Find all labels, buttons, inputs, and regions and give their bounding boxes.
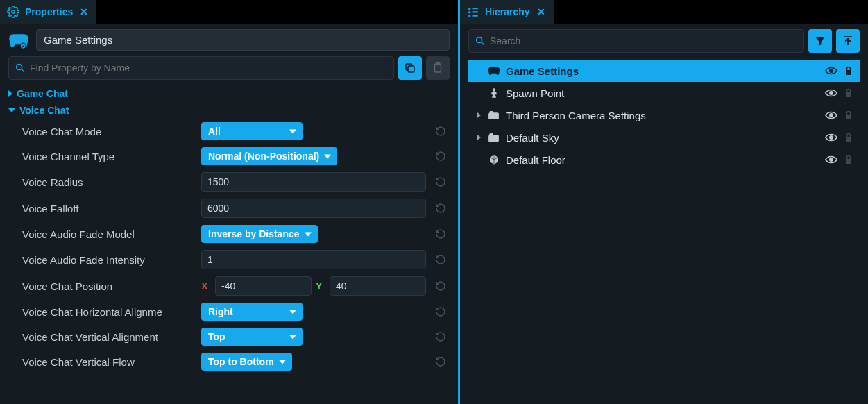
lock-icon[interactable] [844,110,853,120]
svg-rect-23 [846,137,851,142]
node-trailing [825,110,853,120]
label-voice-falloff: Voice Falloff [8,203,196,214]
dropdown-voice-v-flow[interactable]: Top to Bottom [201,353,292,371]
svg-point-2 [17,65,22,70]
svg-point-13 [830,69,833,73]
lock-icon[interactable] [844,66,853,76]
hierarchy-node-label: Game Settings [506,65,819,77]
reset-button[interactable] [432,151,450,162]
close-icon[interactable]: ✕ [536,6,547,17]
spawn-icon [488,87,500,99]
node-trailing [825,155,853,165]
hierarchy-node-label: Third Person Camera Settings [506,110,819,121]
svg-rect-6 [468,8,470,10]
row-voice-radius: Voice Radius 1500 [8,169,450,195]
gamepad-icon [8,32,29,49]
copy-button[interactable] [398,56,422,80]
reset-button[interactable] [432,306,450,317]
property-search[interactable] [8,56,394,80]
svg-rect-14 [846,70,851,75]
lock-icon[interactable] [844,88,853,98]
row-voice-v-align: Voice Chat Vertical Alignment Top [8,324,450,349]
svg-rect-25 [846,159,851,164]
svg-rect-7 [473,8,478,9]
svg-rect-9 [473,11,478,12]
label-voice-radius: Voice Radius [8,176,196,188]
hierarchy-node[interactable]: Game Settings [468,60,860,82]
lock-icon[interactable] [844,133,853,142]
hierarchy-node[interactable]: Spawn Point [468,82,860,104]
filter-button[interactable] [808,29,832,53]
svg-rect-21 [488,135,499,142]
reset-button[interactable] [432,126,450,137]
input-voice-falloff[interactable]: 6000 [201,199,426,218]
hierarchy-search[interactable] [468,29,804,53]
dropdown-voice-channel-type[interactable]: Normal (Non-Positional) [201,147,337,165]
svg-rect-8 [468,11,470,13]
label-voice-h-align: Voice Chat Horizontal Alignme [8,306,196,318]
input-voice-position-y[interactable]: 40 [330,276,426,296]
hierarchy-node[interactable]: Default Sky [468,126,860,149]
hierarchy-node[interactable]: Third Person Camera Settings [468,104,860,126]
svg-point-24 [830,158,833,162]
svg-point-15 [493,88,496,92]
svg-rect-11 [473,15,478,17]
dropdown-voice-fade-model[interactable]: Inverse by Distance [201,225,318,243]
close-icon[interactable]: ✕ [78,6,90,17]
reset-button[interactable] [432,203,450,214]
folder-icon [488,132,500,143]
reset-button[interactable] [432,254,450,265]
visibility-icon[interactable] [825,110,837,120]
hierarchy-search-input[interactable] [486,31,798,51]
dropdown-voice-chat-mode[interactable]: All [201,122,303,140]
input-voice-position-x[interactable]: -40 [215,276,312,296]
property-search-input[interactable] [26,60,388,76]
visibility-icon[interactable] [825,133,837,142]
input-voice-fade-intensity[interactable]: 1 [201,250,426,269]
visibility-icon[interactable] [825,66,837,76]
axis-y-label: Y [316,280,325,292]
label-voice-chat-mode: Voice Chat Mode [8,126,196,137]
label-voice-v-align: Voice Chat Vertical Alignment [8,331,196,343]
row-voice-chat-position: Voice Chat Position X -40 Y 40 [8,273,450,299]
chevron-right-icon [8,90,12,97]
hierarchy-node-label: Spawn Point [506,87,819,99]
reset-button[interactable] [432,356,450,367]
axis-x-label: X [201,280,211,292]
svg-rect-20 [846,115,851,119]
expand-toggle[interactable] [475,135,482,140]
search-icon [475,35,486,47]
reset-button[interactable] [432,228,450,239]
reset-button[interactable] [432,331,450,342]
reset-button[interactable] [432,280,450,292]
label-voice-fade-intensity: Voice Audio Fade Intensity [8,254,196,266]
hierarchy-panel: Hierarchy ✕ Game SettingsSpawn [460,0,868,404]
visibility-icon[interactable] [825,88,837,98]
expand-toggle[interactable] [475,112,482,118]
search-icon [15,62,26,74]
dropdown-voice-v-align[interactable]: Top [201,328,303,346]
lock-icon[interactable] [844,155,853,165]
svg-point-16 [830,92,833,95]
hierarchy-tabstrip: Hierarchy ✕ [460,0,868,24]
visibility-icon[interactable] [825,155,837,165]
row-voice-chat-mode: Voice Chat Mode All [8,119,450,144]
svg-rect-10 [468,15,470,17]
tab-properties[interactable]: Properties ✕ [0,0,96,24]
object-name-field[interactable]: Game Settings [36,29,450,51]
dropdown-voice-h-align[interactable]: Right [201,303,303,321]
gear-icon [7,6,19,18]
section-game-chat-title: Game Chat [17,88,68,99]
reset-button[interactable] [432,176,450,187]
folder-icon [488,110,500,121]
hierarchy-icon [467,6,479,18]
properties-panel: Properties ✕ Game Settings [0,0,460,404]
collapse-all-button[interactable] [836,29,860,53]
paste-button[interactable] [426,56,450,80]
label-voice-v-flow: Voice Chat Vertical Flow [8,356,196,368]
section-voice-chat[interactable]: Voice Chat [8,102,450,119]
section-game-chat[interactable]: Game Chat [8,85,450,102]
tab-hierarchy[interactable]: Hierarchy ✕ [460,0,554,24]
hierarchy-node[interactable]: Default Floor [468,149,860,171]
input-voice-radius[interactable]: 1500 [201,172,426,192]
